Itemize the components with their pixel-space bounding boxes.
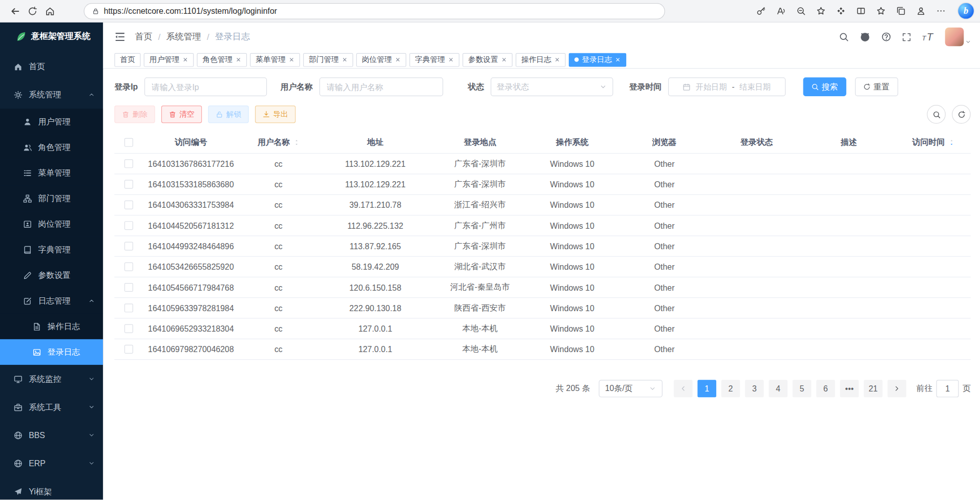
extensions-button[interactable] [833,2,848,19]
sidebar-item-12[interactable]: 系统监控 [0,365,103,393]
search-button[interactable]: 搜索 [803,77,846,96]
table-row-5[interactable]: 1641053426655825920cc58.19.42.209湖北省-武汉市… [114,257,970,277]
goto-page-input[interactable] [936,380,959,397]
collections-button[interactable] [893,2,908,19]
table-row-8[interactable]: 1641069652933218304cc127.0.0.1本地-本机Windo… [114,319,970,339]
row-checkbox[interactable] [124,303,133,312]
tab-8[interactable]: 操作日志 [516,53,566,67]
tab-9[interactable]: 登录日志 [569,53,626,67]
zoom-out-button[interactable] [793,2,808,19]
breadcrumb-system[interactable]: 系统管理 [166,31,201,42]
address-bar[interactable]: https://ccnetcore.com:1101/system/log/lo… [84,3,665,19]
delete-button[interactable]: 删除 [114,105,155,123]
tab-6[interactable]: 字典管理 [410,53,460,67]
tab-0[interactable]: 首页 [114,53,140,67]
sidebar-item-9[interactable]: 日志管理 [0,288,103,314]
tab-3[interactable]: 菜单管理 [250,53,300,67]
login-ip-input[interactable] [144,77,266,96]
username-input[interactable] [319,77,443,96]
login-time-range-picker[interactable]: 开始日期 - 结束日期 [668,77,785,96]
clear-button[interactable]: 清空 [161,105,202,123]
column-header-1[interactable]: 用户名称 [240,131,318,153]
table-row-4[interactable]: 1641044993248464896cc113.87.92.165广东省-深圳… [114,236,970,256]
close-icon[interactable] [615,57,621,62]
header-search-button[interactable] [839,32,849,42]
close-icon[interactable] [555,57,560,62]
page-button-6[interactable]: 6 [816,380,835,397]
browser-profile-button[interactable] [913,2,928,19]
close-icon[interactable] [236,57,241,62]
row-checkbox[interactable] [124,324,133,333]
avatar[interactable] [945,28,964,47]
fullscreen-button[interactable] [902,32,911,41]
next-page-button[interactable] [887,380,906,397]
breadcrumb-home[interactable]: 首页 [135,31,153,42]
browser-home-button[interactable] [41,2,59,19]
password-key-button[interactable] [753,2,768,19]
sort-control[interactable] [948,138,954,146]
browser-refresh-button[interactable] [24,2,41,19]
close-icon[interactable] [289,57,294,62]
table-row-1[interactable]: 1641031533185863680cc113.102.129.221广东省-… [114,175,970,195]
prev-page-button[interactable] [674,380,693,397]
sidebar-item-16[interactable]: Yi框架 [0,477,103,500]
close-icon[interactable] [448,57,454,62]
tab-7[interactable]: 参数设置 [462,53,513,67]
table-row-0[interactable]: 1641031367863177216cc113.102.129.221广东省-… [114,154,970,174]
tab-4[interactable]: 部门管理 [303,53,353,67]
status-select[interactable]: 登录状态 [491,77,613,96]
sidebar-item-15[interactable]: ERP [0,449,103,477]
column-header-8[interactable]: 访问时间 [896,131,970,153]
collapse-sidebar-button[interactable] [114,31,125,42]
browser-back-button[interactable] [6,2,24,19]
sort-control[interactable] [294,138,300,146]
sidebar-item-7[interactable]: 字典管理 [0,237,103,263]
row-checkbox[interactable] [124,345,133,354]
reset-button[interactable]: 重置 [855,77,898,96]
sidebar-item-4[interactable]: 菜单管理 [0,160,103,185]
sidebar-item-8[interactable]: 参数设置 [0,263,103,288]
sidebar-item-1[interactable]: 系统管理 [0,80,103,108]
page-button-1[interactable]: 1 [697,380,716,397]
table-row-3[interactable]: 1641044520567181312cc112.96.225.132广东省-广… [114,215,970,236]
close-icon[interactable] [501,57,507,62]
page-button-3[interactable]: 3 [745,380,764,397]
row-checkbox[interactable] [124,180,133,189]
tab-5[interactable]: 岗位管理 [356,53,407,67]
page-button-21[interactable]: 21 [864,380,883,397]
split-screen-button[interactable] [853,2,868,19]
tab-2[interactable]: 角色管理 [197,53,247,67]
page-button-5[interactable]: 5 [793,380,812,397]
table-row-9[interactable]: 1641069798270046208cc127.0.0.1本地-本机Windo… [114,339,970,360]
sidebar-item-6[interactable]: 岗位管理 [0,211,103,237]
help-button[interactable] [881,32,891,42]
sidebar-item-2[interactable]: 用户管理 [0,108,103,134]
user-menu[interactable] [945,28,971,47]
table-row-6[interactable]: 1641054566717984768cc120.6.150.158河北省-秦皇… [114,277,970,298]
refresh-table-button[interactable] [952,105,971,124]
sidebar-item-5[interactable]: 部门管理 [0,186,103,211]
page-button-more[interactable]: ••• [840,380,859,397]
table-row-2[interactable]: 1641043063331753984cc39.171.210.78浙江省-绍兴… [114,195,970,215]
table-row-7[interactable]: 1641059633978281984cc222.90.130.18陕西省-西安… [114,298,970,318]
unlock-button[interactable]: 解锁 [208,105,248,123]
sidebar-item-14[interactable]: BBS [0,421,103,449]
page-size-select[interactable]: 10条/页 [599,380,663,397]
sidebar-item-0[interactable]: 首页 [0,53,103,81]
sidebar-item-13[interactable]: 系统工具 [0,393,103,421]
show-search-toggle-button[interactable] [927,105,946,124]
select-all-checkbox[interactable] [124,138,133,146]
read-aloud-button[interactable] [773,2,788,19]
row-checkbox[interactable] [124,283,133,292]
page-button-4[interactable]: 4 [769,380,787,397]
export-button[interactable]: 导出 [255,105,295,123]
page-button-2[interactable]: 2 [721,380,740,397]
sidebar-item-10[interactable]: 操作日志 [0,314,103,339]
font-size-button[interactable]: TT [922,32,934,42]
copilot-icon[interactable]: b [958,3,974,19]
github-link[interactable] [859,31,870,42]
row-checkbox[interactable] [124,242,133,250]
browser-menu-button[interactable] [933,2,948,19]
sidebar-item-11[interactable]: 登录日志 [0,339,103,365]
row-checkbox[interactable] [124,221,133,230]
